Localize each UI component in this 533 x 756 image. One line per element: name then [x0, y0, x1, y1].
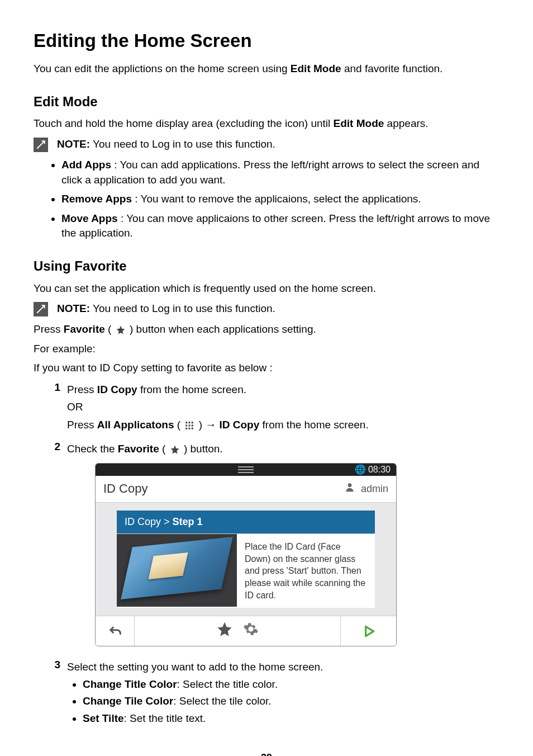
svg-rect-8 [192, 428, 193, 429]
text: ) button. [184, 443, 223, 455]
text-bold: ID Copy [97, 384, 137, 395]
device-footer [96, 616, 396, 646]
text: : Select the tile color. [173, 695, 271, 707]
text: Press [67, 384, 97, 395]
device-title: ID Copy [103, 480, 147, 498]
text-bold: Edit Mode [291, 63, 341, 74]
list-item: Move Apps : You can move applicaions to … [61, 211, 499, 241]
note-icon [34, 138, 48, 152]
steps-list: 1 Press ID Copy from the home screen. OR… [34, 380, 499, 729]
text: You can edit the applictions on the home… [34, 63, 291, 74]
text-bold: Favorite [64, 323, 105, 335]
for-example: For example: [34, 342, 499, 357]
star-icon [216, 621, 233, 637]
user-name: admin [361, 482, 388, 496]
text-bold: Remove Apps [61, 193, 132, 205]
edit-mode-bullets: Add Apps : You can add applications. Pre… [34, 158, 499, 241]
device-user: admin [344, 481, 388, 497]
text: : You can move applicaions to other scre… [61, 212, 490, 239]
settings-button[interactable] [243, 621, 259, 641]
text: Press [34, 323, 64, 335]
text-bold: Change Title Color [83, 678, 177, 690]
star-icon [170, 445, 180, 455]
step-2: 2 Check the Favorite ( ) button. 🌐08:30 [45, 440, 499, 654]
intro-paragraph: You can edit the applictions on the home… [34, 62, 499, 77]
note-row: NOTE: You need to Log in to use this fun… [34, 137, 499, 152]
section-favorite-title: Using Favorite [34, 257, 499, 276]
text: You need to Log in to use this function. [90, 138, 275, 150]
step-number: 2 [45, 440, 60, 654]
svg-rect-6 [186, 428, 188, 429]
step1-or: OR [67, 400, 499, 415]
back-button[interactable] [96, 616, 135, 646]
section-edit-mode-title: Edit Mode [34, 92, 499, 111]
text: appears. [384, 117, 428, 129]
svg-point-9 [348, 483, 352, 487]
globe-icon: 🌐 [355, 465, 366, 474]
favorite-line1: You can set the application which is fre… [34, 281, 499, 296]
text-bold: Set Tilte [83, 712, 124, 724]
list-item: Remove Apps : You want to remove the app… [61, 192, 499, 207]
device-mock: 🌐08:30 ID Copy admin ID Copy > Step 1 [95, 463, 397, 646]
step-3: 3 Select the setting you want to add to … [45, 658, 499, 728]
text: : You can add applications. Press the le… [61, 159, 479, 186]
svg-rect-3 [186, 425, 188, 427]
arrow-right-icon: → [205, 418, 216, 431]
step-1: 1 Press ID Copy from the home screen. OR… [45, 380, 499, 435]
favorite-button[interactable] [216, 621, 233, 642]
play-icon [361, 624, 376, 639]
apps-grid-icon [184, 420, 194, 431]
start-button[interactable] [340, 616, 396, 646]
svg-rect-0 [186, 422, 188, 423]
drag-handle-icon [238, 466, 254, 473]
text: ) [130, 323, 136, 335]
panel-instruction: Place the ID Card (Face Down) on the sca… [237, 534, 375, 608]
device-statusbar: 🌐08:30 [96, 464, 396, 476]
svg-rect-1 [189, 422, 191, 423]
step2-line: Check the Favorite ( ) button. [67, 442, 499, 457]
list-item: Change Tile Color: Select the tile color… [83, 694, 499, 709]
text: - [255, 752, 261, 756]
page-number: - 29 - [34, 751, 499, 756]
device-header: ID Copy admin [96, 476, 396, 503]
text-bold: All Applicatons [97, 419, 174, 431]
text-bold: Move Apps [61, 212, 118, 224]
page-number-value: 29 [261, 752, 272, 756]
text: Press [67, 419, 97, 431]
time-value: 08:30 [368, 465, 391, 474]
list-item: Change Title Color: Select the title col… [83, 677, 499, 692]
press-favorite-line: Press Favorite ( ) button when each appl… [34, 322, 499, 337]
note-row: NOTE: You need to Log in to use this fun… [34, 301, 499, 316]
step1-line1: Press ID Copy from the home screen. [67, 382, 499, 398]
text-bold: Change Tile Color [83, 695, 173, 707]
user-icon [344, 481, 355, 497]
star-icon [116, 325, 126, 335]
svg-rect-2 [192, 422, 193, 423]
scanner-illustration [117, 534, 237, 607]
page-title: Editing the Home Screen [34, 28, 499, 54]
if-line: If you want to ID Copy setting to favori… [34, 361, 499, 376]
note-label: NOTE: [57, 138, 90, 150]
text: button when each applications setting. [136, 323, 316, 335]
step-number: 3 [45, 658, 60, 728]
svg-rect-4 [189, 425, 191, 427]
step-number: 1 [45, 380, 60, 435]
text: from the home screen. [259, 419, 368, 431]
gear-icon [243, 621, 259, 637]
svg-rect-7 [189, 428, 191, 429]
text: ( [174, 419, 180, 431]
note-label: NOTE: [57, 303, 90, 314]
step3-line: Select the setting you want to add to th… [67, 660, 499, 675]
list-item: Set Tilte: Set the title text. [83, 711, 499, 726]
text: Check the [67, 443, 118, 455]
list-item: Add Apps : You can add applications. Pre… [61, 158, 499, 187]
text: and favorite function. [341, 63, 443, 74]
text: - [272, 752, 278, 756]
text: : Set the title text. [124, 712, 206, 724]
note-text: NOTE: You need to Log in to use this fun… [57, 137, 499, 152]
status-time: 🌐08:30 [355, 464, 391, 476]
text-bold: Edit Mode [334, 117, 384, 129]
text: : Select the title color. [177, 678, 278, 690]
text: Touch and hold the home display area (ex… [34, 117, 334, 129]
panel-breadcrumb: ID Copy > Step 1 [117, 511, 375, 533]
